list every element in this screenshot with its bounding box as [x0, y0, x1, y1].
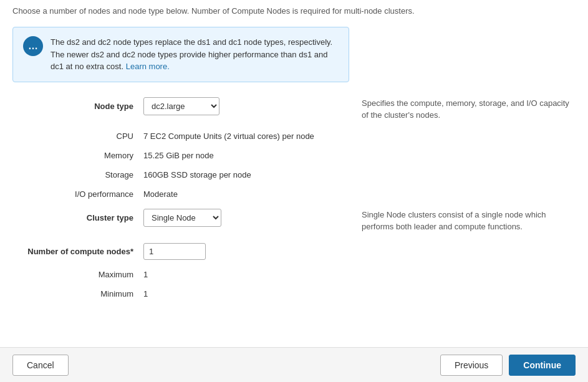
node-type-left: Node type dc2.large dc2.8xlarge ds2.xlar… — [12, 97, 355, 115]
previous-button[interactable]: Previous — [440, 355, 503, 376]
info-message-text: The ds2 and dc2 node types replace the d… — [51, 36, 339, 73]
io-row: I/O performance Moderate — [12, 189, 576, 199]
cluster-type-description: Single Node clusters consist of a single… — [355, 209, 576, 233]
memory-label: Memory — [12, 151, 143, 160]
info-box: … The ds2 and dc2 node types replace the… — [12, 27, 349, 82]
storage-row: Storage 160GB SSD storage per node — [12, 170, 576, 179]
storage-label: Storage — [12, 170, 143, 179]
node-type-select[interactable]: dc2.large dc2.8xlarge ds2.xlarge ds2.8xl… — [143, 97, 219, 115]
io-value: Moderate — [143, 189, 178, 199]
io-label: I/O performance — [12, 189, 143, 199]
cluster-type-label: Cluster type — [12, 213, 143, 222]
footer-right: Previous Continue — [440, 355, 576, 376]
compute-nodes-input[interactable] — [143, 243, 206, 260]
spec-rows: CPU 7 EC2 Compute Units (2 virtual cores… — [12, 131, 576, 199]
info-message-body: The ds2 and dc2 node types replace the d… — [51, 37, 332, 71]
node-type-label: Node type — [12, 102, 143, 111]
cluster-type-section: Cluster type Single Node Multi Node Sing… — [12, 209, 576, 233]
footer-bar: Cancel Previous Continue — [0, 347, 588, 382]
continue-button[interactable]: Continue — [509, 355, 576, 376]
node-type-description: Specifies the compute, memory, storage, … — [355, 97, 576, 122]
maximum-row: Maximum 1 — [12, 270, 576, 279]
maximum-label: Maximum — [12, 270, 143, 279]
memory-row: Memory 15.25 GiB per node — [12, 151, 576, 160]
compute-nodes-label: Number of compute nodes* — [12, 247, 143, 256]
cpu-row: CPU 7 EC2 Compute Units (2 virtual cores… — [12, 131, 576, 141]
cluster-type-select[interactable]: Single Node Multi Node — [143, 209, 221, 227]
page-container: Choose a number of nodes and node type b… — [0, 0, 588, 345]
memory-value: 15.25 GiB per node — [143, 151, 214, 160]
learn-more-link[interactable]: Learn more. — [126, 62, 170, 71]
minimum-row: Minimum 1 — [12, 289, 576, 298]
chat-icon: … — [28, 41, 38, 52]
cpu-label: CPU — [12, 131, 143, 141]
cpu-value: 7 EC2 Compute Units (2 virtual cores) pe… — [143, 131, 314, 141]
info-icon: … — [23, 36, 43, 56]
cluster-type-left: Cluster type Single Node Multi Node — [12, 209, 355, 227]
compute-nodes-row: Number of compute nodes* — [12, 243, 576, 260]
intro-text: Choose a number of nodes and node type b… — [12, 6, 576, 16]
minimum-label: Minimum — [12, 289, 143, 298]
node-type-section: Node type dc2.large dc2.8xlarge ds2.xlar… — [12, 97, 576, 122]
storage-value: 160GB SSD storage per node — [143, 170, 251, 179]
maximum-value: 1 — [143, 270, 148, 279]
minimum-value: 1 — [143, 289, 148, 298]
cancel-button[interactable]: Cancel — [12, 355, 69, 376]
